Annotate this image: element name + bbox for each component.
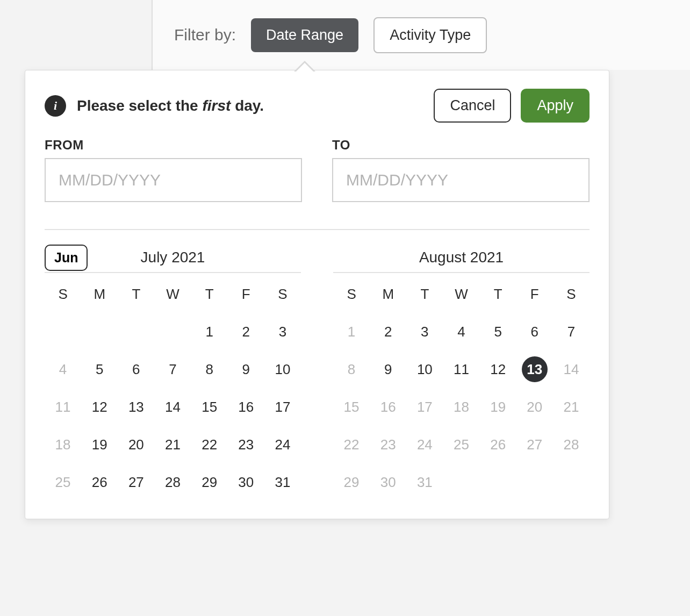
calendar-day[interactable]: 9 [370, 356, 406, 382]
calendar-day[interactable]: 4 [45, 356, 81, 382]
calendar-day[interactable]: 1 [333, 319, 370, 345]
cancel-button[interactable]: Cancel [434, 89, 511, 123]
calendar-left: Jun July 2021 SMTWTFS1234567891011121314… [45, 243, 301, 495]
calendar-right-title: August 2021 [419, 249, 504, 266]
calendar-day[interactable]: 24 [406, 432, 443, 457]
calendar-day[interactable]: 21 [154, 432, 191, 457]
day-of-week-header: T [406, 286, 443, 307]
day-of-week-header: F [516, 286, 553, 307]
day-of-week-header: T [118, 286, 154, 307]
calendar-day[interactable]: 18 [443, 394, 479, 420]
calendar-day[interactable]: 6 [516, 319, 553, 345]
calendar-day[interactable]: 28 [553, 432, 590, 457]
calendar-day[interactable]: 22 [191, 432, 228, 457]
day-of-week-header: M [81, 286, 118, 307]
calendar-day-empty [480, 469, 516, 495]
date-inputs-row: FROM TO [45, 138, 590, 202]
day-of-week-header: T [480, 286, 516, 307]
day-of-week-header: T [191, 286, 228, 307]
calendar-day[interactable]: 26 [480, 432, 516, 457]
calendar-day[interactable]: 31 [264, 469, 301, 495]
hint-text: Please select the first day. [77, 97, 264, 114]
calendar-day[interactable]: 27 [516, 432, 553, 457]
calendar-day[interactable]: 24 [264, 432, 301, 457]
popover-header: i Please select the first day. Cancel Ap… [45, 89, 590, 123]
info-icon: i [45, 95, 66, 117]
calendar-day[interactable]: 2 [228, 319, 264, 345]
prev-month-button[interactable]: Jun [45, 245, 88, 271]
calendar-day[interactable]: 29 [333, 469, 370, 495]
calendar-day[interactable]: 16 [228, 394, 264, 420]
date-range-popover: i Please select the first day. Cancel Ap… [25, 70, 609, 519]
to-label: TO [332, 138, 590, 153]
day-of-week-header: M [370, 286, 406, 307]
calendar-day[interactable]: 19 [81, 432, 118, 457]
calendar-day-empty [45, 319, 81, 345]
filter-bar: Filter by: Date Range Activity Type [152, 0, 690, 70]
to-date-input[interactable] [332, 158, 590, 202]
calendar-day[interactable]: 11 [443, 356, 479, 382]
calendar-day[interactable]: 1 [191, 319, 228, 345]
calendar-day-empty [81, 319, 118, 345]
calendar-left-title: July 2021 [141, 249, 205, 266]
apply-button[interactable]: Apply [521, 89, 590, 123]
calendar-day[interactable]: 3 [406, 319, 443, 345]
calendar-day[interactable]: 5 [480, 319, 516, 345]
calendars-row: Jun July 2021 SMTWTFS1234567891011121314… [45, 243, 590, 495]
day-of-week-header: S [333, 286, 370, 307]
calendar-day[interactable]: 23 [370, 432, 406, 457]
calendar-day-empty [553, 469, 590, 495]
day-of-week-header: S [553, 286, 590, 307]
calendar-day[interactable]: 17 [406, 394, 443, 420]
calendar-day[interactable]: 6 [118, 356, 154, 382]
divider [45, 229, 590, 230]
filter-activity-type-button[interactable]: Activity Type [373, 17, 487, 53]
calendar-day[interactable]: 21 [553, 394, 590, 420]
calendar-day[interactable]: 15 [191, 394, 228, 420]
calendar-day[interactable]: 26 [81, 469, 118, 495]
calendar-day[interactable]: 30 [370, 469, 406, 495]
calendar-day[interactable]: 14 [553, 356, 590, 382]
calendar-day[interactable]: 25 [45, 469, 81, 495]
calendar-day[interactable]: 19 [480, 394, 516, 420]
calendar-day[interactable]: 27 [118, 469, 154, 495]
calendar-day[interactable]: 18 [45, 432, 81, 457]
calendar-day[interactable]: 11 [45, 394, 81, 420]
calendar-day[interactable]: 20 [118, 432, 154, 457]
calendar-day[interactable]: 10 [406, 356, 443, 382]
calendar-day[interactable]: 22 [333, 432, 370, 457]
calendar-day[interactable]: 25 [443, 432, 479, 457]
from-date-input[interactable] [45, 158, 302, 202]
calendar-day[interactable]: 8 [333, 356, 370, 382]
calendar-day[interactable]: 13 [522, 356, 548, 382]
calendar-day[interactable]: 4 [443, 319, 479, 345]
calendar-day[interactable]: 2 [370, 319, 406, 345]
calendar-day[interactable]: 14 [154, 394, 191, 420]
calendar-day[interactable]: 13 [118, 394, 154, 420]
day-of-week-header: S [264, 286, 301, 307]
calendar-day[interactable]: 17 [264, 394, 301, 420]
calendar-day[interactable]: 29 [191, 469, 228, 495]
calendar-day[interactable]: 12 [81, 394, 118, 420]
calendar-day[interactable]: 30 [228, 469, 264, 495]
calendar-day[interactable]: 12 [480, 356, 516, 382]
calendar-day[interactable]: 5 [81, 356, 118, 382]
calendar-day[interactable]: 10 [264, 356, 301, 382]
filter-date-range-button[interactable]: Date Range [251, 18, 358, 52]
calendar-day[interactable]: 31 [406, 469, 443, 495]
calendar-day[interactable]: 7 [553, 319, 590, 345]
calendar-day[interactable]: 23 [228, 432, 264, 457]
calendar-day[interactable]: 20 [516, 394, 553, 420]
day-of-week-header: S [45, 286, 81, 307]
calendar-day[interactable]: 16 [370, 394, 406, 420]
calendar-day-empty [118, 319, 154, 345]
calendar-day-empty [443, 469, 479, 495]
calendar-day[interactable]: 9 [228, 356, 264, 382]
calendar-day[interactable]: 28 [154, 469, 191, 495]
calendar-day[interactable]: 8 [191, 356, 228, 382]
calendar-day[interactable]: 7 [154, 356, 191, 382]
day-of-week-header: F [228, 286, 264, 307]
calendar-day[interactable]: 3 [264, 319, 301, 345]
calendar-day[interactable]: 15 [333, 394, 370, 420]
calendar-right: August 2021 SMTWTFS123456789101112131415… [333, 243, 590, 495]
